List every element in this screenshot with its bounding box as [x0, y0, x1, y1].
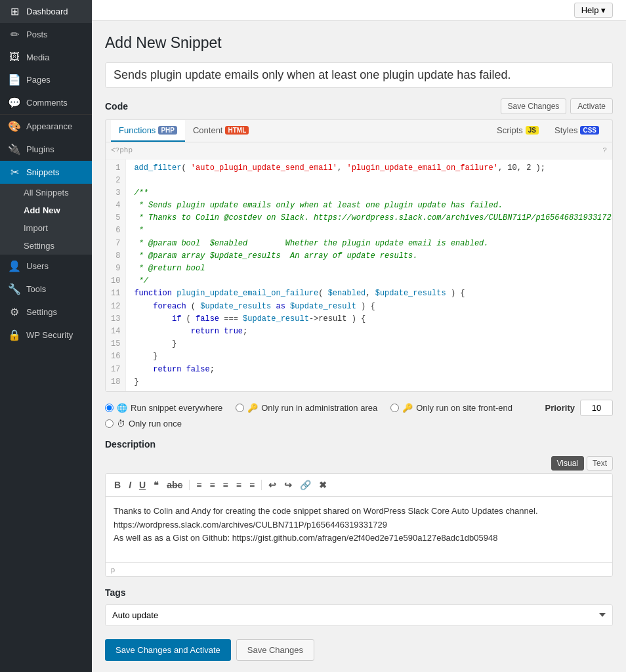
globe-icon: 🌐: [117, 403, 127, 413]
radio-once[interactable]: [105, 419, 114, 428]
frontend-icon: 🔑: [402, 403, 413, 413]
align-right-button[interactable]: ≡: [246, 478, 258, 492]
save-changes-button-bottom[interactable]: Save Changes: [236, 639, 314, 661]
align-left-button[interactable]: ≡: [220, 478, 232, 492]
unlink-button[interactable]: ✖: [316, 478, 330, 492]
tab-content[interactable]: Content HTML: [185, 120, 257, 142]
blockquote-button[interactable]: ❝: [150, 478, 162, 492]
description-line3: As well as as a Gist on Github: https://…: [114, 533, 497, 543]
description-editor: B I U ❝ abc ≡ ≡ ≡ ≡ ≡ ↩ ↪ 🔗 ✖ Thanks to …: [105, 473, 613, 577]
radio-admin[interactable]: [236, 404, 244, 412]
sidebar-item-label: Appearance: [26, 121, 72, 131]
sidebar-item-appearance[interactable]: 🎨 Appearance: [0, 115, 92, 138]
ordered-list-button[interactable]: ≡: [206, 478, 218, 492]
visual-btn[interactable]: Visual: [551, 456, 584, 471]
dashboard-icon: ⊞: [8, 5, 21, 18]
priority-input[interactable]: [580, 400, 613, 416]
code-content[interactable]: add_filter( 'auto_plugin_update_send_ema…: [126, 159, 613, 391]
code-tabs: Functions PHP Content HTML Scripts JS St…: [105, 119, 613, 142]
priority-group: Priority: [545, 400, 613, 416]
undo-button[interactable]: ↩: [265, 478, 280, 492]
line-numbers: 123456789101112131415161718: [106, 159, 126, 391]
code-help-icon[interactable]: ?: [602, 145, 607, 156]
unordered-list-button[interactable]: ≡: [193, 478, 205, 492]
tags-select[interactable]: Auto update: [105, 604, 613, 626]
sidebar-item-label: Settings: [26, 307, 57, 317]
sidebar-item-label: Tools: [26, 284, 46, 294]
strikethrough-button[interactable]: abc: [163, 478, 186, 492]
editor-toolbar-top: Visual Text: [105, 456, 613, 471]
sidebar-item-settings[interactable]: ⚙ Settings: [0, 301, 92, 324]
content-area: Add New Snippet Code Save Changes Activa…: [92, 21, 626, 672]
underline-button[interactable]: U: [136, 478, 149, 492]
sidebar-item-media[interactable]: 🖼 Media: [0, 46, 92, 68]
tab-styles-badge: CSS: [580, 126, 599, 135]
snippets-icon: ✂: [8, 166, 21, 178]
description-content[interactable]: Thanks to Colin and Andy for creating th…: [106, 497, 612, 562]
posts-icon: ✏: [8, 28, 21, 41]
run-once-label: Only run once: [129, 419, 182, 429]
run-option-admin[interactable]: 🔑 Only run in administration area: [236, 403, 377, 413]
tab-functions[interactable]: Functions PHP: [111, 120, 185, 142]
sidebar-item-comments[interactable]: 💬 Comments: [0, 91, 92, 114]
clock-icon: ⏱: [117, 419, 125, 429]
link-button[interactable]: 🔗: [297, 478, 314, 492]
sidebar-sub-item-import[interactable]: Import: [0, 219, 92, 237]
key-icon: 🔑: [247, 403, 258, 413]
snippets-submenu: All Snippets Add New Import Settings: [0, 184, 92, 255]
align-center-button[interactable]: ≡: [233, 478, 245, 492]
save-and-activate-button[interactable]: Save Changes and Activate: [105, 639, 231, 661]
help-button[interactable]: Help ▾: [574, 3, 613, 18]
text-btn[interactable]: Text: [587, 456, 613, 471]
sidebar-item-snippets[interactable]: ✂ Snippets: [0, 161, 92, 184]
tags-title: Tags: [105, 587, 613, 598]
run-option-once[interactable]: ⏱ Only run once: [105, 419, 182, 429]
radio-frontend[interactable]: [390, 404, 399, 412]
sidebar-item-dashboard[interactable]: ⊞ Dashboard: [0, 0, 92, 23]
security-icon: 🔒: [8, 329, 21, 341]
tab-styles[interactable]: Styles CSS: [547, 120, 607, 142]
activate-button-top[interactable]: Activate: [570, 98, 613, 114]
sidebar-item-posts[interactable]: ✏ Posts: [0, 23, 92, 46]
run-option-once-row: ⏱ Only run once: [105, 419, 613, 429]
code-body: 123456789101112131415161718 add_filter( …: [106, 159, 612, 391]
save-changes-button-top[interactable]: Save Changes: [501, 98, 567, 114]
redo-button[interactable]: ↪: [281, 478, 295, 492]
media-icon: 🖼: [8, 51, 21, 63]
sidebar-sub-item-settings[interactable]: Settings: [0, 237, 92, 255]
pages-icon: 📄: [8, 74, 21, 86]
code-editor[interactable]: <?php ? 123456789101112131415161718 add_…: [105, 142, 613, 392]
radio-everywhere[interactable]: [105, 404, 114, 412]
sidebar-item-label: Pages: [26, 75, 51, 85]
tab-content-label: Content: [193, 125, 223, 135]
top-bar: Help ▾: [92, 0, 626, 21]
main-content: Help ▾ Add New Snippet Code Save Changes…: [92, 0, 626, 672]
comments-icon: 💬: [8, 96, 21, 109]
bold-button[interactable]: B: [111, 478, 124, 492]
sidebar-item-wp-security[interactable]: 🔒 WP Security: [0, 324, 92, 346]
sidebar-item-pages[interactable]: 📄 Pages: [0, 68, 92, 91]
toolbar-separator-1: [189, 480, 190, 490]
editor-paragraph-indicator: p: [111, 566, 115, 574]
settings-icon: ⚙: [8, 306, 21, 318]
toolbar-separator-2: [261, 480, 262, 490]
bottom-buttons: Save Changes and Activate Save Changes: [105, 639, 613, 661]
code-header-line: <?php ?: [106, 142, 612, 159]
sidebar-sub-item-all-snippets[interactable]: All Snippets: [0, 184, 92, 201]
italic-button[interactable]: I: [125, 478, 135, 492]
sidebar-sub-item-add-new[interactable]: Add New: [0, 201, 92, 219]
sidebar-item-users[interactable]: 👤 Users: [0, 255, 92, 278]
header-buttons: Save Changes Activate: [501, 98, 613, 114]
editor-footer: p: [106, 562, 612, 576]
sidebar-item-plugins[interactable]: 🔌 Plugins: [0, 138, 92, 161]
page-title: Add New Snippet: [105, 34, 613, 52]
run-option-frontend[interactable]: 🔑 Only run on site front-end: [390, 403, 512, 413]
tab-scripts[interactable]: Scripts JS: [489, 120, 547, 142]
sidebar-item-tools[interactable]: 🔧 Tools: [0, 278, 92, 301]
php-open-tag: <?php: [111, 145, 133, 156]
tab-functions-badge: PHP: [158, 126, 177, 135]
snippet-title-input[interactable]: [105, 62, 613, 88]
tools-icon: 🔧: [8, 283, 21, 295]
run-options: 🌐 Run snippet everywhere 🔑 Only run in a…: [105, 400, 613, 416]
run-option-everywhere[interactable]: 🌐 Run snippet everywhere: [105, 403, 222, 413]
